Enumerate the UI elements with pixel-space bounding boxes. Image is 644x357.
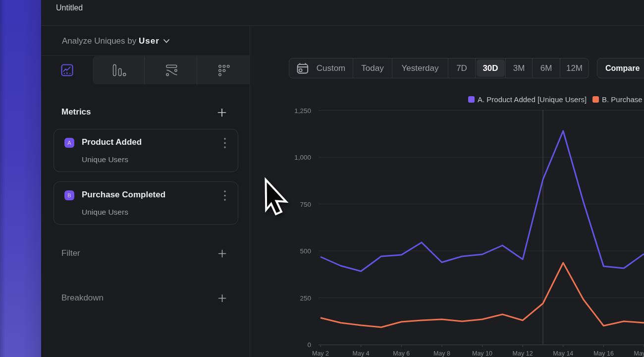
- svg-text:May 6: May 6: [393, 350, 410, 357]
- svg-text:May 16: May 16: [593, 350, 614, 357]
- svg-text:May 8: May 8: [433, 350, 450, 357]
- svg-text:1,000: 1,000: [294, 154, 311, 161]
- svg-text:May 18: May 18: [634, 350, 644, 357]
- svg-text:1,250: 1,250: [294, 107, 311, 115]
- svg-text:500: 500: [300, 247, 311, 255]
- svg-text:May 12: May 12: [513, 350, 533, 357]
- svg-text:250: 250: [300, 295, 311, 302]
- svg-text:0: 0: [307, 341, 311, 349]
- svg-text:May 4: May 4: [353, 350, 370, 357]
- svg-text:May 14: May 14: [553, 350, 573, 357]
- svg-text:May 10: May 10: [472, 350, 492, 357]
- svg-text:750: 750: [300, 201, 311, 208]
- svg-text:May 2: May 2: [312, 350, 329, 357]
